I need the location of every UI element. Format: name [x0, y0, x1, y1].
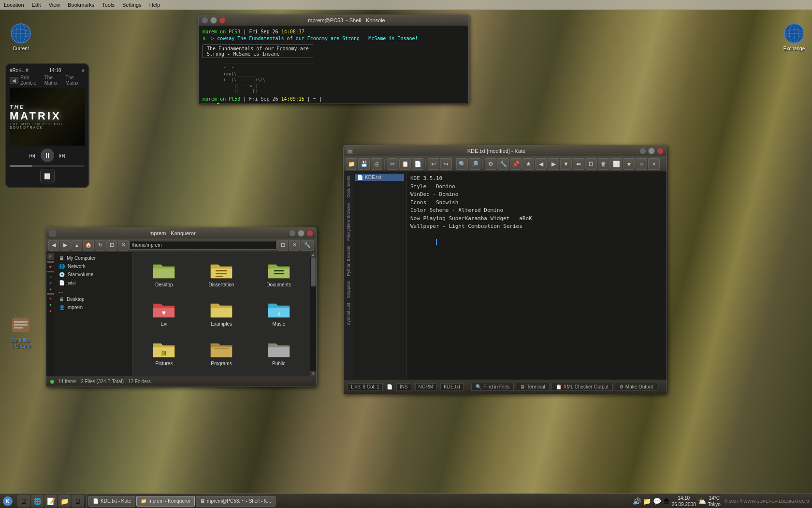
kate-close[interactable] — [657, 148, 664, 154]
konq-view-icons[interactable]: ⊞ — [106, 240, 117, 251]
kate-tool-pin[interactable]: 📌 — [510, 158, 522, 170]
konq-scrollbar[interactable]: ▲ ▼ — [310, 252, 316, 376]
kate-tab-symbols[interactable]: Symbol List — [345, 301, 352, 328]
kate-tool-x4[interactable]: ⬅ — [573, 158, 584, 170]
kate-tool-wrench[interactable]: 🔧 — [497, 158, 509, 170]
kate-tool-x5[interactable]: 🗒 — [585, 158, 597, 170]
mp-prev-skip[interactable]: ⏮ — [29, 151, 36, 159]
tray-clock[interactable]: 14:10 26.09.2008 — [672, 495, 696, 508]
konq-menu-icon[interactable] — [49, 230, 56, 237]
konq-panel-heart[interactable]: ♥ — [49, 264, 52, 269]
menu-settings[interactable]: Settings — [121, 2, 143, 8]
konq-panel-btn4[interactable]: ● — [49, 287, 52, 292]
taskbar-app-computer[interactable]: 🖥 — [17, 495, 30, 508]
taskbar-window-kde-txt[interactable]: 📄 KDE.txt - Kate — [88, 496, 135, 507]
kate-minimize[interactable] — [639, 148, 646, 154]
konq-panel-red1[interactable]: ● — [49, 296, 52, 301]
kate-tab-snippets[interactable]: Snippets — [345, 279, 352, 300]
desktop-icon-exchange[interactable]: Exchange — [777, 22, 811, 52]
kate-tool-highlight[interactable]: ★ — [522, 158, 534, 170]
kate-tab-filesystem[interactable]: Filesystem Browser — [345, 201, 352, 243]
kate-tool-open[interactable]: 📁 — [346, 158, 357, 170]
menu-bookmarks[interactable]: Bookmarks — [67, 2, 95, 8]
mp-menu-icon[interactable]: ≡ — [82, 68, 85, 73]
terminal-content[interactable]: mprem on PC53 | Fri Sep 26 14:08:37 $ ->… — [199, 26, 468, 104]
kate-status-ins[interactable]: INS — [396, 383, 411, 390]
kate-tool-find[interactable]: 🔍 — [456, 158, 468, 170]
konq-sidebar-startvolume[interactable]: 💿 Startvolume — [55, 270, 132, 279]
kate-tool-redo[interactable]: ↪ — [440, 158, 452, 170]
taskbar-app-editor[interactable]: 📝 — [44, 495, 57, 508]
konq-forward[interactable]: ▶ — [60, 240, 71, 251]
konq-panel-btn3[interactable]: # — [49, 281, 52, 285]
konq-stop[interactable]: ✕ — [118, 240, 129, 251]
menu-help[interactable]: Help — [148, 2, 161, 8]
konq-close[interactable] — [306, 230, 313, 237]
kate-tool-save[interactable]: 💾 — [358, 158, 370, 170]
konq-file-evi[interactable]: ♥ Evi — [136, 295, 192, 332]
kate-tool-cut[interactable]: ✂ — [387, 158, 398, 170]
taskbar-app-folder[interactable]: 📁 — [58, 495, 71, 508]
konq-file-pictures[interactable]: 🖼 Pictures — [136, 335, 192, 372]
kate-maximize[interactable] — [648, 148, 655, 154]
konq-term[interactable]: ✕ — [289, 240, 300, 251]
kate-tool-print[interactable]: 🖨 — [371, 158, 382, 170]
kate-tool-undo[interactable]: ↩ — [428, 158, 439, 170]
taskbar-window-terminal[interactable]: 🖥 mprem@PC53: ~ - Shell - K... — [196, 496, 276, 507]
mp-progress-bar[interactable] — [10, 165, 85, 167]
kate-tool-x8[interactable]: ★ — [623, 158, 635, 170]
desktop-icon-doit[interactable]: Do it likea Champ — [4, 314, 38, 349]
taskbar-app-browser[interactable]: 🌐 — [31, 495, 44, 508]
mp-home-button[interactable]: ⬜ — [40, 169, 55, 183]
mp-play-pause[interactable]: ⏸ — [41, 149, 54, 162]
tray-folder-icon[interactable]: 📁 — [643, 497, 651, 505]
konq-sidebar-file1[interactable]: 📄 sdal — [55, 279, 132, 287]
konq-maximize[interactable] — [298, 230, 304, 237]
konq-panel-btn1[interactable]: P — [47, 253, 54, 260]
konq-sidebar-dots[interactable]: ... — [55, 287, 132, 295]
tray-chat-icon[interactable]: 💬 — [653, 497, 661, 505]
menu-tools[interactable]: Tools — [101, 2, 116, 8]
kate-tool-x2[interactable]: ▶ — [548, 158, 559, 170]
konq-file-music[interactable]: ♪ Music — [251, 295, 306, 332]
tray-trash-icon[interactable]: 🗑 — [663, 497, 670, 505]
kate-tool-x1[interactable]: ◀ — [535, 158, 547, 170]
konq-file-examples[interactable]: Examples — [194, 295, 249, 332]
konq-minimize[interactable] — [289, 230, 296, 237]
konq-reload[interactable]: ↻ — [95, 240, 105, 251]
konq-file-documents[interactable]: Documents — [251, 256, 306, 293]
kate-tool-settings[interactable]: ⚙ — [485, 158, 496, 170]
kate-editor-area[interactable]: KDE 3.5.10 Style - Domino WinDec - Domin… — [406, 172, 667, 379]
kate-tab-find-files[interactable]: 🔍 Find in Files — [471, 383, 514, 391]
taskbar-start-btn[interactable]: K — [0, 494, 15, 508]
kate-tool-replace[interactable]: 🔎 — [469, 158, 480, 170]
konq-home[interactable]: 🏠 — [83, 240, 94, 251]
konq-panel-red2[interactable]: ● — [49, 309, 52, 314]
kate-tool-x3[interactable]: ▼ — [560, 158, 572, 170]
kate-file-kde-txt[interactable]: 📄 KDE.txt — [355, 174, 404, 181]
konq-up[interactable]: ▲ — [72, 240, 82, 251]
konq-panel-green[interactable]: ● — [49, 302, 52, 307]
konq-scroll-down[interactable]: ▼ — [310, 371, 316, 376]
konq-panel-btn2[interactable]: ○ — [49, 274, 52, 279]
kate-status-norm[interactable]: NORM — [415, 383, 437, 390]
mp-next-skip[interactable]: ⏭ — [59, 151, 66, 159]
konq-back[interactable]: ◀ — [48, 240, 59, 251]
konq-scroll-thumb[interactable] — [311, 257, 316, 286]
konq-file-programs[interactable]: Programs — [194, 335, 249, 372]
kate-tool-copy[interactable]: 📋 — [399, 158, 411, 170]
konq-extra[interactable]: 🔧 — [301, 240, 314, 251]
tray-weather-icon[interactable]: ⛅ — [698, 497, 706, 505]
taskbar-window-konqueror[interactable]: 📁 mprem - Konqueror — [136, 496, 195, 507]
kate-tool-x9[interactable]: ○ — [636, 158, 647, 170]
mp-prev-btn[interactable]: ◀ — [10, 77, 18, 84]
kate-tool-x10[interactable]: × — [648, 158, 660, 170]
konq-scroll-up[interactable]: ▲ — [310, 252, 316, 257]
konq-sidebar-network[interactable]: 🌐 Network — [55, 262, 132, 270]
taskbar-app-terminal[interactable]: 🖥 — [72, 495, 84, 508]
konq-address-input[interactable] — [130, 241, 276, 250]
kate-menu-icon[interactable] — [347, 148, 353, 154]
konq-file-public[interactable]: Public — [251, 335, 306, 372]
menu-location[interactable]: Location — [3, 2, 25, 8]
kate-tab-xml[interactable]: 📋 XML Checker Output — [551, 383, 613, 391]
